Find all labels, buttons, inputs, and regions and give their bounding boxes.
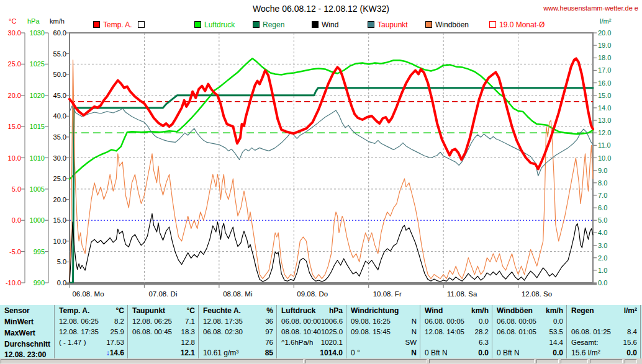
table-cell-time: 12.08. 17:35: [199, 316, 243, 327]
table-cell-time: 06.08. 00:45: [128, 327, 172, 337]
status-bar: [0, 358, 642, 364]
axis-tick-label-kmh: 15.0: [53, 216, 66, 224]
x-axis-day-label: 07.08. Di: [148, 290, 177, 298]
axis-tick-label-hpa: 1005: [30, 185, 45, 193]
table-row-label: Durchschnitt: [0, 339, 50, 350]
table-cell-time: 12.08. 06:25: [55, 316, 99, 327]
axis-tick-label-kmh: 35.0: [53, 133, 66, 141]
table-cell-value: 85: [265, 348, 276, 358]
axis-tick-label-rain: 7.0: [598, 192, 607, 199]
table-col-windrichtung: Windrichtung09.08. 16:25N09.08. 15:45NSW…: [346, 305, 420, 358]
table-cell-value: 8.4: [627, 327, 640, 337]
status-bar-segment: [625, 359, 637, 363]
table-cell-time: ^1.6hPa/h: [277, 337, 313, 348]
table-col-unit: l/m²: [624, 305, 640, 316]
table-col-taupunkt: Taupunkt°C12.08. 06:257.106.08. 00:4518.…: [128, 305, 199, 358]
table-cell-value: 53.5: [549, 327, 566, 337]
table-cell-value: 12.1: [181, 348, 198, 358]
status-bar-segment: [429, 359, 535, 363]
table-col-unit: °C: [187, 305, 198, 316]
table-cell-value: 0.0: [553, 316, 566, 327]
axis-tick-label-rain: 19.0: [598, 42, 611, 49]
series-taupunkt: [70, 106, 593, 176]
table-cell-time: 06.08. 00:05: [420, 316, 464, 327]
status-bar-segment: [1, 359, 304, 363]
table-col-unit: °C: [116, 305, 127, 316]
table-cell-time: 0 °: [346, 348, 360, 358]
status-bar-segment: [536, 359, 559, 363]
axis-tick-label-temp: 25.0: [8, 60, 21, 68]
status-bar-segment: [561, 359, 588, 363]
x-axis-day-label: 12.08. So: [522, 290, 552, 298]
table-col-title: Feuchte A.: [199, 305, 241, 316]
table-cell-value: ↓14.6: [106, 348, 127, 358]
axis-tick-label-rain: 17.0: [598, 66, 611, 74]
axis-tick-label-rain: 9.0: [598, 167, 607, 174]
axis-tick-label-kmh: 40.0: [53, 112, 66, 120]
stats-table: SensorMinWertMaxWertDurchschnitt12.08. 2…: [0, 305, 642, 358]
table-cell-time: 0 Bft N: [492, 348, 520, 358]
series-windboeen: [70, 60, 593, 283]
table-col-unit: %: [266, 305, 276, 316]
axis-tick-label-temp: 0.0: [12, 216, 21, 224]
table-cell-time: 12.08. 14:05: [420, 327, 464, 337]
table-col-title: Luftdruck: [277, 305, 315, 316]
axis-tick-label-hpa: 1030: [30, 29, 45, 37]
trend-down-arrow-icon: ↓: [106, 348, 110, 357]
axis-tick-label-temp: 30.0: [8, 29, 21, 37]
axis-tick-label-hpa: 1020: [30, 92, 45, 99]
axis-tick-label-temp: -10.0: [6, 279, 21, 286]
axis-tick-label-kmh: 60.0: [53, 29, 66, 37]
x-axis-day-label: 10.08. Fr: [373, 290, 402, 298]
axis-tick-label-rain: 15.0: [598, 92, 611, 99]
axis-tick-label-rain: 5.0: [598, 216, 607, 224]
axis-tick-label-kmh: 5.0: [57, 258, 66, 265]
table-col-title: Regen: [567, 305, 594, 316]
table-col-temp-a-: Temp. A.°C12.08. 06:258.212.08. 17:3525.…: [55, 305, 128, 358]
table-cell-time: [128, 337, 132, 348]
axis-tick-label-rain: 16.0: [598, 79, 611, 87]
axis-tick-label-rain: 12.0: [598, 129, 611, 136]
table-cell-time: [492, 337, 497, 348]
axis-tick-label-kmh: 20.0: [53, 196, 66, 203]
table-cell-time: ( - 1.47 ): [55, 337, 86, 348]
axis-tick-label-hpa: 1010: [30, 154, 45, 162]
table-cell-time: 06.08. 02:30: [199, 327, 243, 337]
axis-tick-label-temp: -5.0: [9, 248, 21, 255]
axis-tick-label-hpa: 1000: [30, 216, 45, 224]
table-cell-value: 18.3: [181, 327, 198, 337]
table-cell-time: 0 Bft N: [420, 348, 448, 358]
status-bar-segment: [305, 359, 427, 363]
table-cell-value: 76: [265, 337, 276, 348]
table-cell-time: 08.08. 10:40: [277, 327, 321, 337]
axis-tick-label-temp: 15.0: [8, 123, 21, 130]
axis-tick-label-temp: 10.0: [8, 154, 21, 162]
table-cell-value: 15.6: [623, 337, 640, 348]
table-cell-value: 14.4: [549, 337, 566, 348]
table-cell-value: 1014.0: [320, 348, 346, 358]
status-bar-segment: [590, 359, 623, 363]
table-cell-value: N: [412, 327, 420, 337]
weather-chart-svg: 30.025.020.015.010.05.00.0-5.0-10.010301…: [0, 0, 642, 305]
table-row-label: MaxWert: [0, 327, 35, 339]
table-col-feuchte-a-: Feuchte A.%12.08. 17:353606.08. 02:30977…: [199, 305, 277, 358]
table-cell-time: [420, 337, 425, 348]
table-cell-value: SW: [405, 337, 420, 348]
axis-tick-label-rain: 1.0: [598, 267, 607, 274]
table-cell-time: 10.61 g/m³: [199, 348, 238, 358]
table-col-unit: hPa: [329, 305, 346, 316]
axis-tick-label-kmh: 25.0: [53, 175, 66, 182]
table-cell-time: [128, 348, 132, 358]
axis-tick-label-rain: 11.0: [598, 141, 611, 149]
table-cell-value: 1006.6: [321, 316, 346, 327]
table-cell-value: 97: [265, 327, 276, 337]
table-cell-time: [199, 337, 203, 348]
x-axis-day-label: 08.08. Mi: [223, 290, 252, 298]
axis-tick-label-rain: 4.0: [598, 229, 607, 236]
x-axis-day-label: 06.08. Mo: [72, 290, 104, 298]
table-cell-value: 8.2: [114, 316, 127, 327]
axis-tick-label-hpa: 995: [34, 248, 45, 255]
table-cell-time: [55, 348, 59, 358]
table-col-wind: Windkm/h06.08. 00:050.012.08. 14:0528.26…: [420, 305, 492, 358]
table-cell-value: 25.9: [111, 327, 127, 337]
